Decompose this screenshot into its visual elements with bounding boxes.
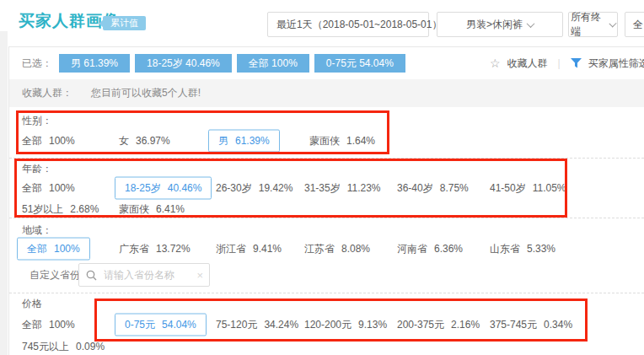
page-left-edge xyxy=(0,31,8,355)
option-price-375-745[interactable]: 375-745元0.34% xyxy=(490,318,572,332)
province-search-box[interactable]: × xyxy=(78,263,210,287)
option-age-31-35[interactable]: 31-35岁11.23% xyxy=(304,181,381,196)
extra-value: 全 xyxy=(633,18,643,32)
favorite-groups-label: 收藏人群： xyxy=(22,86,72,100)
option-region-shandong[interactable]: 山东省5.33% xyxy=(490,242,555,256)
option-gender-male-selected[interactable]: 男61.39% xyxy=(208,130,280,153)
buyer-attribute-filter-link[interactable]: 买家属性筛选 xyxy=(588,56,644,71)
option-gender-masked[interactable]: 蒙面侠1.64% xyxy=(309,134,375,148)
province-search-input[interactable] xyxy=(102,268,196,282)
option-price-745plus[interactable]: 745元以上0.09% xyxy=(22,340,105,354)
option-age-masked[interactable]: 蒙面侠6.41% xyxy=(119,202,185,217)
selected-filters-bar: 已选： 男 61.39% 18-25岁 40.46% 全部 100% 0-75元… xyxy=(9,47,644,79)
tag-price[interactable]: 0-75元 54.04% xyxy=(314,54,405,73)
clear-icon[interactable]: × xyxy=(196,269,203,282)
option-region-henan[interactable]: 河南省6.36% xyxy=(397,242,463,256)
option-age-all[interactable]: 全部100% xyxy=(22,181,75,196)
option-price-75-120[interactable]: 75-120元34.24% xyxy=(216,318,298,332)
option-gender-all[interactable]: 全部100% xyxy=(22,134,75,148)
terminal-dropdown[interactable]: 所有终端 xyxy=(568,12,618,37)
option-age-18-25-selected[interactable]: 18-25岁40.46% xyxy=(115,177,212,200)
region-label: 地域： xyxy=(22,223,52,238)
custom-province-label: 自定义省份 xyxy=(30,268,80,282)
option-region-zhejiang[interactable]: 浙江省9.41% xyxy=(216,242,282,256)
section-price: 价格 全部100% 0-75元54.04% 75-120元34.24% 120-… xyxy=(9,293,644,355)
favorite-groups-message: 您目前可以收藏5个人群! xyxy=(91,86,201,100)
option-region-all-selected[interactable]: 全部100% xyxy=(17,238,90,261)
section-age: 年龄： 全部100% 18-25岁40.46% 26-30岁19.42% 31-… xyxy=(9,158,644,218)
section-region: 地域： 全部100% 广东省13.72% 浙江省9.41% 江苏省8.08% 河… xyxy=(9,218,644,293)
extra-dropdown[interactable]: 全 xyxy=(625,12,644,37)
funnel-icon xyxy=(571,58,582,68)
option-price-0-75-selected[interactable]: 0-75元54.04% xyxy=(115,314,207,336)
option-region-guangdong[interactable]: 广东省13.72% xyxy=(119,242,191,256)
option-age-41-50[interactable]: 41-50岁11.05% xyxy=(490,181,566,196)
search-icon xyxy=(86,270,97,281)
selected-tags: 男 61.39% 18-25岁 40.46% 全部 100% 0-75元 54.… xyxy=(59,54,405,73)
section-gender: 性别： 全部100% 女36.97% 男61.39% 蒙面侠1.64% xyxy=(9,107,644,159)
selected-label: 已选： xyxy=(22,56,52,71)
option-price-120-200[interactable]: 120-200元9.13% xyxy=(304,318,387,332)
demographics-panel: 已选： 男 61.39% 18-25岁 40.46% 全部 100% 0-75元… xyxy=(8,46,644,355)
tag-region[interactable]: 全部 100% xyxy=(237,54,309,73)
option-age-51plus[interactable]: 51岁以上2.68% xyxy=(22,202,99,217)
custom-province-row: 自定义省份 × xyxy=(9,263,644,287)
price-options-row-1: 全部100% 0-75元54.04% 75-120元34.24% 120-200… xyxy=(9,314,644,336)
option-price-all[interactable]: 全部100% xyxy=(22,318,75,332)
favorite-group-link[interactable]: 收藏人群 xyxy=(507,56,548,71)
tag-gender[interactable]: 男 61.39% xyxy=(59,54,130,73)
chevron-down-icon xyxy=(609,19,616,27)
category-value: 男装>休闲裤 xyxy=(466,18,523,32)
cumulative-value-badge: 累计值 xyxy=(103,16,146,30)
option-region-jiangsu[interactable]: 江苏省8.08% xyxy=(304,242,370,256)
tag-age[interactable]: 18-25岁 40.46% xyxy=(135,54,232,73)
age-options-row-1: 全部100% 18-25岁40.46% 26-30岁19.42% 31-35岁1… xyxy=(9,177,644,199)
selected-bar-actions: ☆ 收藏人群 | 买家属性筛选 xyxy=(490,47,644,79)
star-icon[interactable]: ☆ xyxy=(490,56,501,70)
price-options-row-2: 745元以上0.09% xyxy=(9,336,644,355)
date-range-text: 最近1天（2018-05-01~2018-05-01） xyxy=(268,18,450,32)
option-price-200-375[interactable]: 200-375元2.16% xyxy=(397,318,480,332)
price-label: 价格 xyxy=(22,297,42,311)
option-gender-female[interactable]: 女36.97% xyxy=(119,134,170,148)
date-range-picker[interactable]: 最近1天（2018-05-01~2018-05-01） 15 xyxy=(267,12,429,37)
vertical-divider: | xyxy=(558,57,561,69)
chevron-down-icon xyxy=(527,19,535,28)
gender-options-row: 全部100% 女36.97% 男61.39% 蒙面侠1.64% xyxy=(9,130,644,152)
category-dropdown[interactable]: 男装>休闲裤 xyxy=(437,12,563,37)
favorite-groups-row: 收藏人群： 您目前可以收藏5个人群! xyxy=(9,79,644,107)
gender-label: 性别： xyxy=(22,114,52,128)
option-age-36-40[interactable]: 36-40岁8.75% xyxy=(397,181,469,196)
region-options-row: 全部100% 广东省13.72% 浙江省9.41% 江苏省8.08% 河南省6.… xyxy=(9,238,644,260)
option-age-26-30[interactable]: 26-30岁19.42% xyxy=(216,181,292,196)
age-label: 年龄： xyxy=(22,162,52,176)
terminal-value: 所有终端 xyxy=(571,10,607,39)
